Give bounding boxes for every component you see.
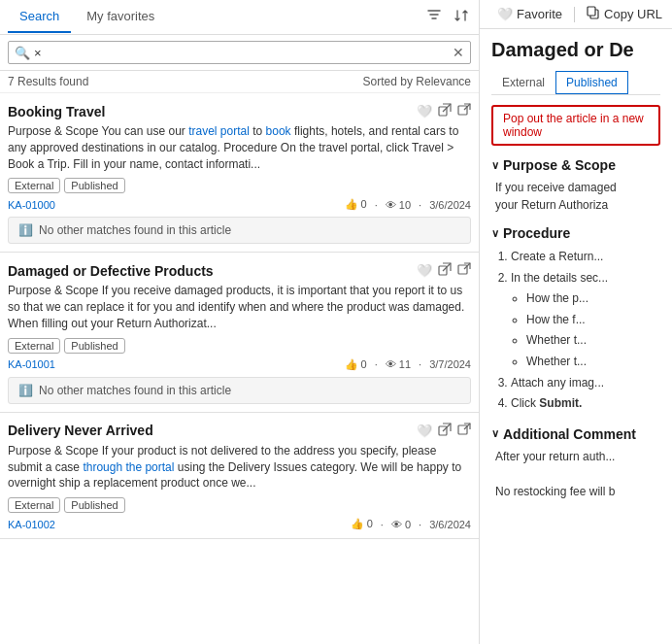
toolbar-divider: [574, 7, 575, 22]
badges: External Published: [8, 178, 471, 193]
step-1: Create a Return...: [511, 247, 660, 268]
clear-search-icon[interactable]: ✕: [453, 45, 464, 60]
share-icon[interactable]: [438, 262, 452, 279]
open-icon[interactable]: [457, 262, 471, 279]
article-title: Damaged or Defective Products: [8, 263, 214, 279]
article-action-icons: 🤍: [417, 103, 471, 119]
search-input-wrap: 🔍 ✕: [8, 41, 471, 64]
article-header: Damaged or Defective Products 🤍: [8, 262, 471, 279]
date-stat: 3/6/2024: [429, 199, 471, 211]
procedure-content: Create a Return... In the details sec...…: [491, 247, 660, 415]
badges: External Published: [8, 338, 471, 354]
sort-icon[interactable]: [452, 6, 471, 28]
article-id[interactable]: KA-01000: [8, 199, 55, 211]
tab-search[interactable]: Search: [8, 1, 71, 33]
favorite-button[interactable]: 🤍 Favorite: [497, 7, 562, 21]
pop-out-banner[interactable]: Pop out the article in a new window: [491, 105, 660, 146]
badge-external: External: [8, 497, 60, 513]
tabs-icons: [424, 6, 471, 28]
badge-published: Published: [64, 338, 124, 354]
article-meta: KA-01002 👍 0 · 👁 0 · 3/6/2024: [8, 518, 471, 530]
date-stat: 3/7/2024: [429, 358, 471, 370]
likes-stat: 👍 0: [351, 518, 373, 530]
article-header: Booking Travel 🤍: [8, 103, 471, 119]
share-icon[interactable]: [438, 423, 452, 439]
chevron-down-icon-2: ∨: [491, 227, 499, 240]
procedure-title-text: Procedure: [503, 225, 570, 241]
article-body: Purpose & Scope If you receive damaged p…: [8, 283, 471, 331]
procedure-section: ∨ Procedure Create a Return... In the de…: [491, 225, 660, 415]
likes-stat: 👍 0: [345, 358, 367, 371]
share-icon[interactable]: [438, 103, 452, 119]
copy-url-label: Copy URL: [604, 7, 662, 21]
heart-icon: 🤍: [497, 7, 513, 21]
right-tab-external[interactable]: External: [491, 71, 555, 94]
right-tabs: External Published: [491, 71, 660, 95]
list-item: Delivery Never Arrived 🤍 Purpose & Scope…: [0, 413, 479, 539]
likes-stat: 👍 0: [345, 198, 367, 211]
right-article-title: Damaged or De: [491, 39, 660, 61]
svg-rect-5: [458, 425, 467, 434]
favorite-icon[interactable]: 🤍: [417, 104, 432, 119]
search-icon: 🔍: [15, 46, 30, 60]
date-stat: 3/6/2024: [429, 519, 471, 530]
additional-comments-section: ∨ Additional Comment After your return a…: [491, 426, 660, 500]
badge-external: External: [8, 178, 60, 193]
search-input[interactable]: [34, 46, 449, 60]
left-panel: Search My favorites 🔍 ✕ 7 Results found …: [0, 0, 480, 644]
step-3: Attach any imag...: [511, 373, 660, 394]
article-title: Booking Travel: [8, 104, 105, 119]
chevron-down-icon-3: ∨: [491, 427, 499, 440]
info-icon: ℹ️: [18, 384, 33, 397]
views-stat: 👁 0: [391, 519, 411, 530]
no-matches-notice: ℹ️ No other matches found in this articl…: [8, 217, 471, 244]
procedure-title: ∨ Procedure: [491, 225, 660, 241]
step-2: In the details sec... How the p... How t…: [511, 268, 660, 373]
additional-comments-content: After your return auth... No restocking …: [491, 448, 660, 500]
search-bar: 🔍 ✕: [0, 35, 479, 71]
badge-external: External: [8, 338, 60, 354]
additional-comments-title-text: Additional Comment: [503, 426, 636, 442]
tab-favorites[interactable]: My favorites: [75, 1, 166, 33]
svg-rect-7: [588, 7, 595, 16]
article-action-icons: 🤍: [417, 262, 471, 279]
article-id[interactable]: KA-01001: [8, 358, 55, 370]
no-matches-notice: ℹ️ No other matches found in this articl…: [8, 377, 471, 404]
article-meta: KA-01000 👍 0 · 👁 10 · 3/6/2024: [8, 198, 471, 211]
article-title: Delivery Never Arrived: [8, 423, 153, 438]
article-body: Purpose & Scope You can use our travel p…: [8, 123, 471, 172]
article-action-icons: 🤍: [417, 423, 471, 439]
article-meta: KA-01001 👍 0 · 👁 11 · 3/7/2024: [8, 358, 471, 371]
body-link-2[interactable]: book: [266, 124, 291, 138]
sub-step-4: Whether t...: [526, 352, 660, 373]
favorite-label: Favorite: [517, 7, 562, 21]
open-icon[interactable]: [457, 103, 471, 119]
body-link[interactable]: travel portal: [188, 124, 250, 138]
svg-rect-3: [458, 265, 467, 274]
sub-step-2: How the f...: [526, 310, 660, 331]
chevron-down-icon: ∨: [491, 159, 499, 172]
step-4: Click Submit.: [511, 393, 660, 415]
copy-url-button[interactable]: Copy URL: [587, 6, 662, 22]
no-matches-text: No other matches found in this article: [39, 384, 231, 397]
section-title-text: Purpose & Scope: [503, 157, 616, 173]
articles-list: Booking Travel 🤍 Purpose & Scope You can…: [0, 93, 479, 644]
list-item: Booking Travel 🤍 Purpose & Scope You can…: [0, 93, 479, 253]
right-content: Damaged or De External Published Pop out…: [480, 29, 672, 644]
right-tab-published[interactable]: Published: [555, 71, 628, 94]
meta-stats: 👍 0 · 👁 0 · 3/6/2024: [351, 518, 471, 530]
sub-step-3: Whether t...: [526, 330, 660, 352]
results-count: 7 Results found: [8, 75, 88, 88]
body-link[interactable]: through the portal: [83, 460, 174, 474]
favorite-icon[interactable]: 🤍: [417, 424, 432, 438]
filter-icon[interactable]: [424, 6, 444, 28]
right-toolbar: 🤍 Favorite Copy URL: [480, 0, 672, 29]
open-icon[interactable]: [457, 423, 471, 439]
purpose-scope-section: ∨ Purpose & Scope If you receive damaged…: [491, 157, 660, 214]
copy-icon: [587, 6, 600, 22]
results-bar: 7 Results found Sorted by Relevance: [0, 71, 479, 93]
views-stat: 👁 11: [386, 358, 411, 370]
favorite-icon[interactable]: 🤍: [417, 263, 432, 278]
meta-stats: 👍 0 · 👁 10 · 3/6/2024: [345, 198, 471, 211]
article-id[interactable]: KA-01002: [8, 519, 55, 530]
